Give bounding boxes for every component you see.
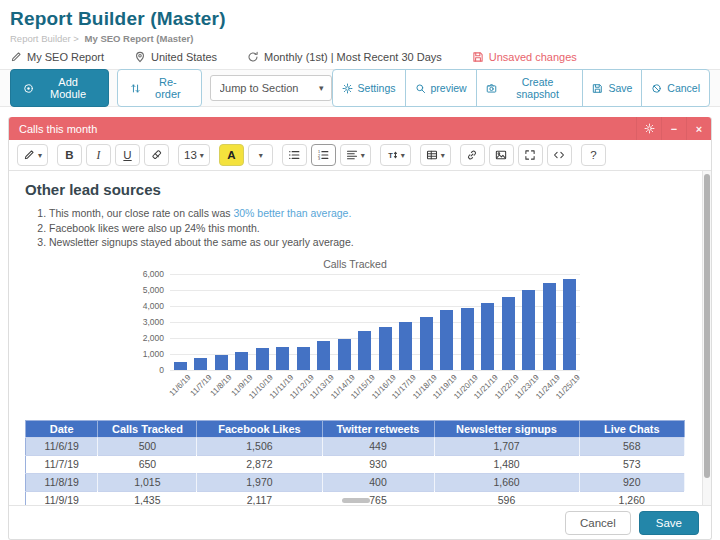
y-tick-label: 0 <box>159 365 164 375</box>
add-module-button[interactable]: Add Module <box>10 69 109 107</box>
camera-icon <box>486 83 497 94</box>
chart-bar <box>481 303 494 369</box>
report-name-label: My SEO Report <box>27 51 104 63</box>
vertical-scrollbar-thumb[interactable] <box>704 174 710 478</box>
chart-bar-slot <box>170 274 191 370</box>
cancel-button[interactable]: Cancel <box>641 69 710 107</box>
toolbar-align-button[interactable]: ▾ <box>340 144 371 166</box>
svg-text:T: T <box>388 151 393 160</box>
content-heading: Other lead sources <box>25 181 685 198</box>
minus-icon: − <box>669 123 680 134</box>
y-tick-label: 3,000 <box>143 317 164 327</box>
chart-bar-slot <box>478 274 499 370</box>
y-tick-label: 1,000 <box>143 349 164 359</box>
table-cell: 11/6/19 <box>26 437 98 455</box>
module-header[interactable]: Calls this month −× <box>9 117 711 140</box>
module-footer: Cancel Save <box>9 505 711 539</box>
chart-bar-slot <box>293 274 314 370</box>
jump-to-section-select[interactable]: Jump to Section <box>210 75 332 101</box>
horizontal-scrollbar-thumb[interactable] <box>342 498 370 503</box>
chart-bar <box>420 317 433 370</box>
reorder-button[interactable]: Re-order <box>117 69 201 107</box>
toolbar-code-view-button[interactable] <box>547 144 572 166</box>
unsaved-changes-label: Unsaved changes <box>489 51 577 63</box>
module-save-button[interactable]: Save <box>639 511 699 535</box>
vertical-scrollbar <box>702 171 711 505</box>
report-schedule-item[interactable]: Monthly (1st) | Most Recent 30 Days <box>247 51 442 63</box>
editor-content[interactable]: Other lead sources This month, our close… <box>9 171 711 505</box>
preview-button[interactable]: preview <box>405 69 477 107</box>
module-settings-button[interactable] <box>636 117 661 140</box>
chart-bar-slot <box>355 274 376 370</box>
table-cell: 1,970 <box>197 473 322 491</box>
bar-chart: Calls Tracked 6,0005,0004,0003,0002,0001… <box>130 258 580 412</box>
x-tick-label: 11/7/19 <box>189 373 214 398</box>
table-cell: 920 <box>579 473 684 491</box>
cancel-label: Cancel <box>667 82 700 94</box>
x-tick: 11/13/19 <box>314 370 335 412</box>
toolbar-insert-link-button[interactable] <box>460 144 485 166</box>
toolbar-clear-formatting-button[interactable] <box>144 144 169 166</box>
chart-bar-slot <box>457 274 478 370</box>
list-item-text: Facebook likes were also up 24% this mon… <box>49 222 260 234</box>
list-item-text: This month, our close rate on calls was <box>49 207 233 219</box>
close-icon: × <box>694 123 705 134</box>
expand-icon <box>524 149 536 161</box>
toolbar-text-color-picker-button[interactable]: ▾ <box>248 144 273 166</box>
inline-link[interactable]: 30% better than average. <box>233 207 351 219</box>
toolbar-line-height-button[interactable]: T▾ <box>380 144 411 166</box>
y-tick-label: 2,000 <box>143 333 164 343</box>
toolbar-italic-button[interactable]: I <box>86 144 111 166</box>
module-close-button[interactable]: × <box>686 117 711 140</box>
chart-x-axis: 11/6/1911/7/1911/8/1911/9/1911/10/1911/1… <box>170 370 580 412</box>
save-label: Save <box>608 82 632 94</box>
table-cell: 930 <box>322 455 434 473</box>
module-cancel-button[interactable]: Cancel <box>565 511 631 535</box>
module-minimize-button[interactable]: − <box>661 117 686 140</box>
list-item: Facebook likes were also up 24% this mon… <box>49 221 685 236</box>
pencil-icon <box>10 51 22 63</box>
breadcrumb-root[interactable]: Report Builder > <box>10 33 79 44</box>
y-tick-label: 4,000 <box>143 301 164 311</box>
cancel-circle-icon <box>651 83 662 94</box>
toolbar-help-button[interactable]: ? <box>581 144 606 166</box>
chart-bar <box>358 331 371 369</box>
table-cell: 1,015 <box>98 473 197 491</box>
horizontal-scrollbar <box>9 498 702 504</box>
gear-icon <box>644 123 655 134</box>
floppy-icon <box>592 83 603 94</box>
toolbar-fullscreen-button[interactable] <box>518 144 543 166</box>
magnifier-icon <box>415 83 426 94</box>
toolbar-unordered-list-button[interactable] <box>282 144 307 166</box>
table-header-cell: Date <box>26 420 98 437</box>
action-bar: Add Module Re-order Jump to Section ▾ Se… <box>0 69 720 107</box>
lineheight-icon: T <box>386 149 398 161</box>
toolbar-underline-button[interactable]: U <box>115 144 140 166</box>
toolbar-font-size-label: 13 <box>184 149 197 161</box>
gear-icon <box>342 83 353 94</box>
toolbar-text-color-button[interactable]: A <box>219 144 244 166</box>
list-ol-icon: 123 <box>317 149 329 161</box>
toolbar-bold-button[interactable]: B <box>57 144 82 166</box>
toolbar-paragraph-style-button[interactable]: ▾ <box>17 144 48 166</box>
toolbar-insert-table-button[interactable]: ▾ <box>420 144 451 166</box>
table-header-row: DateCalls TrackedFacebook LikesTwitter r… <box>26 420 685 437</box>
chevron-down-icon: ▾ <box>259 151 263 160</box>
report-region-item[interactable]: United States <box>134 51 217 63</box>
report-name-item[interactable]: My SEO Report <box>10 51 104 63</box>
list-item: Newsletter signups stayed about the same… <box>49 235 685 250</box>
module-window-controls: −× <box>636 117 711 140</box>
location-icon <box>134 51 146 63</box>
create-snapshot-button[interactable]: Create snapshot <box>476 69 584 107</box>
chart-bar-slot <box>232 274 253 370</box>
pencil-icon <box>23 149 35 161</box>
module-panel: Calls this month −× ▾BIU13▾A▾123▾T▾▾? Ot… <box>8 117 712 540</box>
chart-bar-slot <box>314 274 335 370</box>
chart-bar-slot <box>334 274 355 370</box>
settings-button[interactable]: Settings <box>332 69 406 107</box>
table-cell: 650 <box>98 455 197 473</box>
toolbar-ordered-list-button[interactable]: 123 <box>311 144 336 166</box>
toolbar-insert-image-button[interactable] <box>489 144 514 166</box>
toolbar-font-size-button[interactable]: 13▾ <box>178 144 210 166</box>
save-button[interactable]: Save <box>582 69 642 107</box>
